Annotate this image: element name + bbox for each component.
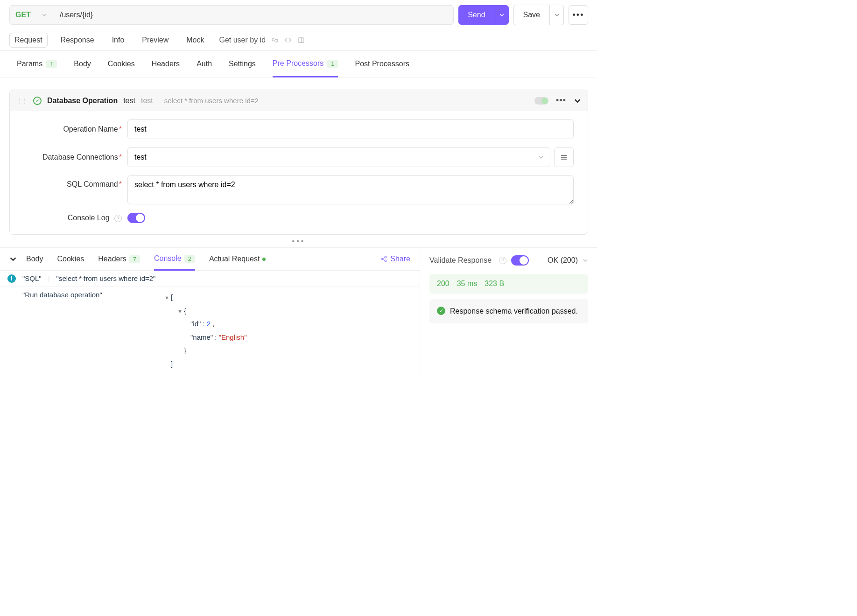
processor-desc: select * from users where id=2: [164, 97, 259, 105]
headers-count-badge: 7: [129, 255, 140, 263]
processor-collapse-icon[interactable]: [574, 97, 581, 105]
sql-command-label: SQL Command*: [24, 175, 122, 189]
status-dot-icon: [262, 258, 266, 261]
status-text[interactable]: OK (200): [548, 256, 578, 265]
console-log-label: Console Log ?: [24, 214, 122, 222]
tab-mock[interactable]: Mock: [182, 33, 209, 47]
subtab-cookies[interactable]: Cookies: [108, 51, 135, 77]
tree-toggle-icon[interactable]: ▼: [164, 293, 171, 303]
url-input[interactable]: [53, 5, 454, 25]
send-button[interactable]: Send: [458, 5, 508, 25]
share-link[interactable]: Share: [380, 255, 410, 263]
chevron-down-icon: [42, 12, 47, 18]
code-icon[interactable]: [284, 36, 292, 44]
panel-icon[interactable]: [297, 36, 305, 44]
http-method-label: GET: [15, 11, 31, 19]
info-icon: i: [7, 274, 16, 283]
db-connections-label: Database Connections*: [24, 153, 122, 161]
resptab-body[interactable]: Body: [26, 248, 43, 270]
schema-msg: Response schema verification passed.: [450, 306, 578, 317]
db-list-button[interactable]: [554, 147, 574, 167]
dots-icon: •••: [573, 10, 584, 20]
console-count-badge: 2: [184, 255, 195, 263]
processor-name: test: [123, 97, 135, 105]
response-stats: 200 35 ms 323 B: [429, 274, 588, 294]
console-log-toggle[interactable]: [127, 213, 145, 223]
resptab-console[interactable]: Console 2: [154, 248, 195, 271]
subtab-auth[interactable]: Auth: [197, 51, 212, 77]
params-badge: 1: [46, 60, 57, 68]
svg-point-2: [381, 258, 383, 260]
subtab-pre-processors[interactable]: Pre Processors 1: [273, 51, 338, 77]
doc-title: Get user by id: [219, 36, 266, 44]
save-button-label: Save: [514, 5, 549, 25]
processor-more-icon[interactable]: •••: [556, 96, 566, 105]
status-time: 35 ms: [457, 280, 478, 288]
sql-command-textarea[interactable]: select * from users where id=2: [127, 175, 574, 204]
subtab-body[interactable]: Body: [74, 51, 91, 77]
tab-request[interactable]: Request: [9, 33, 48, 48]
operation-name-input[interactable]: [127, 119, 574, 139]
tree-toggle-icon[interactable]: ▼: [177, 307, 184, 316]
status-code: 200: [437, 280, 450, 288]
send-dropdown[interactable]: [495, 5, 509, 25]
resptab-headers[interactable]: Headers 7: [98, 248, 140, 270]
validate-label: Validate Response: [429, 256, 492, 265]
check-icon: ✓: [33, 97, 42, 105]
console-sql: "select * from users where id=2": [56, 274, 156, 282]
subtab-headers[interactable]: Headers: [152, 51, 180, 77]
console-tag: "SQL": [22, 274, 42, 282]
drag-icon[interactable]: ⋮⋮: [16, 98, 28, 104]
db-connections-select[interactable]: [127, 147, 550, 167]
svg-rect-0: [298, 38, 304, 42]
console-run-msg: "Run database operation": [22, 291, 102, 299]
send-button-label: Send: [458, 5, 494, 25]
resptab-cookies[interactable]: Cookies: [57, 248, 84, 270]
save-dropdown[interactable]: [549, 5, 563, 25]
panel-resize-handle[interactable]: •••: [0, 235, 597, 247]
processor-enable-toggle[interactable]: [534, 97, 548, 105]
pre-badge: 1: [327, 60, 338, 68]
processor-block: ⋮⋮ ✓ Database Operation test test select…: [9, 90, 588, 235]
save-button[interactable]: Save: [513, 5, 564, 25]
svg-point-3: [385, 256, 386, 258]
http-method-select[interactable]: GET: [9, 5, 53, 25]
resptab-actual[interactable]: Actual Request: [209, 248, 266, 270]
help-icon[interactable]: ?: [114, 215, 122, 222]
status-size: 323 B: [485, 280, 504, 288]
schema-verification: ✓ Response schema verification passed.: [429, 299, 588, 323]
link-icon[interactable]: [271, 36, 279, 44]
tab-info[interactable]: Info: [107, 33, 129, 47]
console-json-output: ▼[ ▼{ "id" : 2 , "name" : "English" } ]: [164, 291, 247, 371]
help-icon[interactable]: ?: [499, 257, 506, 264]
more-button[interactable]: •••: [569, 5, 588, 25]
chevron-down-icon: [538, 154, 544, 160]
validate-toggle[interactable]: [511, 255, 529, 266]
chevron-down-icon[interactable]: [583, 258, 588, 263]
svg-point-4: [385, 260, 386, 262]
operation-name-label: Operation Name*: [24, 125, 122, 133]
tab-response[interactable]: Response: [56, 33, 99, 47]
check-icon: ✓: [437, 307, 445, 315]
processor-title: Database Operation: [47, 97, 118, 105]
subtab-settings[interactable]: Settings: [229, 51, 256, 77]
tab-preview[interactable]: Preview: [137, 33, 173, 47]
processor-name-light: test: [141, 97, 153, 105]
subtab-post-processors[interactable]: Post Processors: [355, 51, 409, 77]
response-collapse-icon[interactable]: [9, 249, 17, 269]
menu-icon: [560, 154, 568, 161]
subtab-params[interactable]: Params 1: [17, 51, 57, 77]
share-icon: [380, 255, 387, 263]
